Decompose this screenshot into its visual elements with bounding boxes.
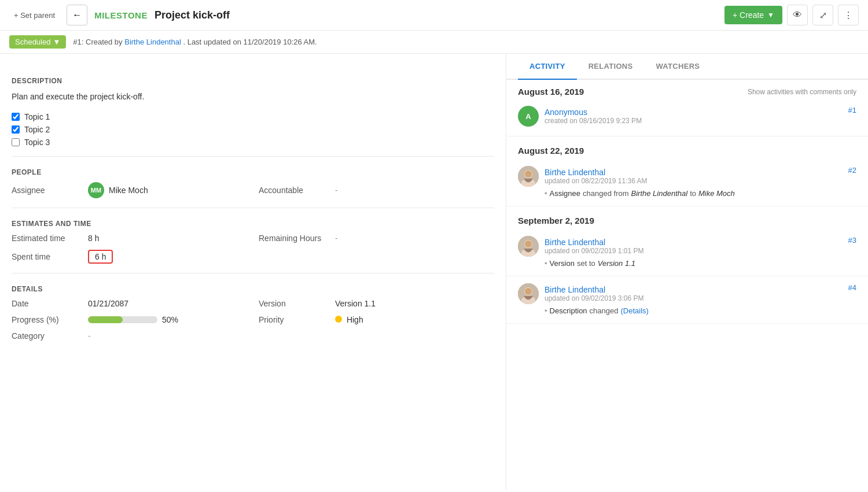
version-row: Version Version 1.1 — [259, 299, 494, 308]
author-link[interactable]: Birthe Lindenthal — [124, 38, 181, 46]
activity-user-info-2: Birthe Lindenthal updated on 08/22/2019 … — [518, 166, 648, 187]
main-layout: DESCRIPTION Plan and execute the project… — [0, 54, 868, 490]
estimated-time-value: 8 h — [88, 234, 99, 243]
anonymous-avatar: A — [518, 106, 539, 127]
progress-value: 50% — [162, 315, 178, 324]
back-button[interactable]: ← — [67, 5, 87, 25]
page-title: Project kick-off — [155, 9, 230, 21]
priority-value: High — [335, 315, 363, 324]
details-section-title: DETAILS — [12, 285, 494, 293]
tab-watchers[interactable]: WATCHERS — [644, 54, 711, 80]
remaining-hours-row: Remaining Hours - — [259, 234, 494, 243]
activity-changes-4: Description changed (Details) — [545, 306, 856, 315]
topic2-checkbox[interactable] — [12, 125, 20, 134]
topic1-label: Topic 1 — [24, 112, 50, 121]
activity-item-2: Birthe Lindenthal updated on 08/22/2019 … — [506, 159, 868, 206]
birthe-time-2: updated on 08/22/2019 11:36 AM — [545, 177, 648, 185]
activity-date-aug16: August 16, 2019 — [518, 87, 584, 97]
activity-ref-2: #2 — [848, 166, 856, 175]
set-parent-button[interactable]: + Set parent — [9, 9, 60, 22]
activity-item-3: Birthe Lindenthal updated on 09/02/2019 … — [506, 229, 868, 276]
priority-label: Priority — [259, 315, 328, 324]
assignee-label: Assignee — [12, 186, 81, 195]
activity-changes-3: Version set to Version 1.1 — [545, 259, 856, 268]
accountable-value: - — [335, 186, 338, 195]
anonymous-time: created on 08/16/2019 9:23 PM — [545, 117, 642, 125]
expand-icon: ⤢ — [819, 10, 827, 21]
birthe-avatar-4 — [518, 283, 539, 304]
activity-user-info-1: A Anonymous created on 08/16/2019 9:23 P… — [518, 106, 642, 127]
remaining-hours-value: - — [335, 234, 338, 243]
activity-ref-4: #4 — [848, 283, 856, 292]
date-label: Date — [12, 299, 81, 308]
progress-bar-background — [88, 316, 157, 323]
remaining-hours-label: Remaining Hours — [259, 234, 328, 243]
activity-ref-3: #3 — [848, 236, 856, 245]
progress-label: Progress (%) — [12, 315, 81, 324]
sub-info: #1: Created by Birthe Lindenthal . Last … — [73, 38, 317, 46]
sub-bar: Scheduled ▼ #1: Created by Birthe Linden… — [0, 31, 868, 54]
left-panel: DESCRIPTION Plan and execute the project… — [0, 54, 506, 490]
top-bar-left: + Set parent ← MILESTONE Project kick-of… — [9, 5, 230, 25]
estimates-fields: Estimated time 8 h Remaining Hours - Spe… — [12, 234, 494, 264]
activity-header: August 16, 2019 Show activities with com… — [506, 80, 868, 99]
more-button[interactable]: ⋮ — [838, 5, 859, 25]
change-description: Description changed (Details) — [545, 306, 856, 315]
people-section-title: PEOPLE — [12, 168, 494, 176]
assignee-avatar: MM — [88, 182, 104, 198]
milestone-label: MILESTONE — [94, 10, 148, 20]
birthe-name-3: Birthe Lindenthal — [545, 238, 643, 247]
show-comments-link[interactable]: Show activities with comments only — [748, 88, 856, 96]
priority-row: Priority High — [259, 315, 494, 324]
tab-activity[interactable]: ACTIVITY — [518, 54, 577, 80]
version-value: Version 1.1 — [335, 299, 376, 308]
details-fields: Date 01/21/2087 Version Version 1.1 Prog… — [12, 299, 494, 341]
birthe-name-2: Birthe Lindenthal — [545, 168, 648, 177]
right-panel: ACTIVITY RELATIONS WATCHERS August 16, 2… — [506, 54, 868, 490]
eye-button[interactable]: 👁 — [787, 5, 808, 25]
more-icon: ⋮ — [844, 10, 853, 21]
checklist-item-1: Topic 1 — [12, 112, 494, 121]
category-value: - — [88, 331, 91, 341]
description-section-title: DESCRIPTION — [12, 77, 494, 85]
tab-relations[interactable]: RELATIONS — [577, 54, 645, 80]
accountable-label: Accountable — [259, 186, 328, 195]
progress-row: Progress (%) 50% — [12, 315, 247, 324]
activity-item-4: Birthe Lindenthal updated on 09/02/2019 … — [506, 276, 868, 324]
spent-time-value[interactable]: 6 h — [88, 250, 113, 264]
activity-user-info-3: Birthe Lindenthal updated on 09/02/2019 … — [518, 236, 643, 257]
activity-date-sep2: September 2, 2019 — [506, 206, 868, 229]
activity-ref-1: #1 — [848, 106, 856, 114]
checklist-item-2: Topic 2 — [12, 125, 494, 134]
eye-icon: 👁 — [793, 10, 802, 20]
people-fields: Assignee MM Mike Moch Accountable - — [12, 182, 494, 198]
change-version: Version set to Version 1.1 — [545, 259, 856, 268]
create-button[interactable]: + Create ▼ — [724, 6, 782, 24]
description-details-link[interactable]: (Details) — [620, 306, 648, 315]
svg-point-3 — [525, 171, 532, 177]
spent-time-row: Spent time 6 h — [12, 250, 247, 264]
checklist-item-3: Topic 3 — [12, 138, 494, 147]
accountable-row: Accountable - — [259, 182, 494, 198]
topic1-checkbox[interactable] — [12, 113, 20, 121]
category-row: Category - — [12, 331, 247, 341]
estimates-section-title: ESTIMATES AND TIME — [12, 220, 494, 228]
estimated-time-label: Estimated time — [12, 234, 81, 243]
assignee-value: MM Mike Moch — [88, 182, 148, 198]
create-dropdown-icon: ▼ — [767, 11, 774, 19]
birthe-avatar-2 — [518, 166, 539, 187]
activity-item-1: A Anonymous created on 08/16/2019 9:23 P… — [506, 99, 868, 136]
topic3-checkbox[interactable] — [12, 138, 20, 146]
birthe-time-4: updated on 09/02/2019 3:06 PM — [545, 294, 643, 302]
svg-point-11 — [525, 288, 532, 295]
checklist: Topic 1 Topic 2 Topic 3 — [12, 112, 494, 147]
birthe-time-3: updated on 09/02/2019 1:01 PM — [545, 247, 643, 255]
status-badge[interactable]: Scheduled ▼ — [9, 35, 66, 49]
topic2-label: Topic 2 — [24, 125, 50, 134]
change-assignee: Assignee changed from Birthe Lindenthal … — [545, 189, 856, 198]
date-row: Date 01/21/2087 — [12, 299, 247, 308]
estimated-time-row: Estimated time 8 h — [12, 234, 247, 243]
anonymous-name: Anonymous — [545, 108, 642, 117]
expand-button[interactable]: ⤢ — [812, 5, 833, 25]
svg-point-7 — [525, 241, 532, 247]
